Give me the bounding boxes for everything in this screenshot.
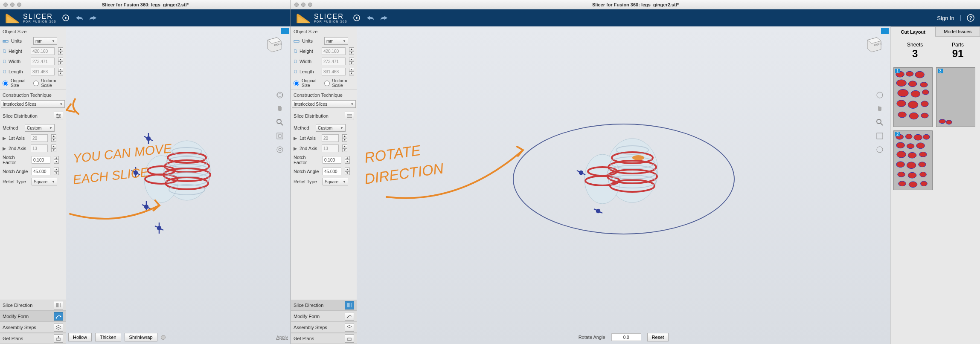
cutsheet-1[interactable]: 1	[893, 67, 933, 127]
traffic-close[interactable]	[294, 3, 299, 7]
orbit-icon[interactable]	[875, 90, 884, 100]
traffic-zoom[interactable]	[308, 3, 312, 7]
orbit-icon[interactable]	[275, 90, 285, 100]
target-icon[interactable]	[61, 14, 70, 22]
viewport-3d[interactable]: RIGHT	[357, 26, 890, 344]
slider-handle[interactable]	[161, 335, 166, 340]
axis1-input[interactable]	[322, 134, 339, 142]
slice-distribution-settings-button[interactable]	[345, 112, 354, 120]
assembly-steps-button[interactable]	[345, 323, 354, 332]
length-input[interactable]	[31, 68, 55, 75]
height-down[interactable]: ▼	[349, 51, 354, 55]
assembly-steps-button[interactable]	[54, 323, 63, 332]
axis1-input[interactable]	[31, 134, 48, 142]
traffic-zoom[interactable]	[17, 3, 21, 7]
redo-icon[interactable]	[89, 14, 97, 22]
viewcube[interactable]: RIGHT	[864, 34, 883, 53]
undo-icon[interactable]	[75, 14, 84, 22]
viewport-3d[interactable]: RIGHT	[66, 26, 291, 344]
slice-direction-button[interactable]	[54, 301, 63, 309]
fit-icon[interactable]	[275, 131, 285, 141]
shrinkwrap-button[interactable]: Shrinkwrap	[125, 333, 157, 341]
rotate-angle-input[interactable]	[611, 333, 641, 341]
units-dropdown[interactable]: mm▼	[324, 37, 348, 45]
length-up[interactable]: ▲	[349, 68, 354, 72]
axis1-down[interactable]: ▼	[342, 138, 347, 142]
fullscreen-icon[interactable]	[281, 28, 289, 34]
tab-cut-layout[interactable]: Cut Layout	[891, 26, 936, 37]
relief-type-dropdown[interactable]: Square▼	[323, 178, 348, 185]
axis2-up[interactable]: ▲	[342, 145, 347, 148]
axis1-up[interactable]: ▲	[342, 134, 347, 138]
height-input[interactable]	[31, 47, 55, 55]
undo-icon[interactable]	[366, 14, 375, 22]
axis1-up[interactable]: ▲	[51, 134, 56, 138]
help-icon[interactable]: ?	[966, 14, 975, 22]
zoom-icon[interactable]	[875, 118, 884, 127]
traffic-minimize[interactable]	[10, 3, 15, 7]
traffic-minimize[interactable]	[301, 3, 305, 7]
traffic-close[interactable]	[3, 3, 8, 7]
height-up[interactable]: ▲	[349, 47, 354, 51]
cutsheet-3[interactable]: 3	[936, 67, 975, 127]
width-input[interactable]	[31, 58, 55, 65]
notch-factor-down[interactable]: ▼	[345, 160, 350, 164]
notch-factor-up[interactable]: ▲	[54, 156, 59, 160]
notch-angle-down[interactable]: ▼	[54, 171, 59, 175]
length-up[interactable]: ▲	[58, 68, 63, 72]
pan-icon[interactable]	[275, 104, 285, 113]
construction-technique-dropdown[interactable]: Interlocked Slices▼	[292, 100, 356, 108]
axis1-down[interactable]: ▼	[51, 138, 56, 142]
notch-factor-down[interactable]: ▼	[54, 160, 59, 164]
uniform-scale-radio[interactable]	[324, 81, 330, 86]
notch-angle-down[interactable]: ▼	[345, 171, 350, 175]
cutsheet-2[interactable]: 2	[893, 130, 933, 190]
tab-model-issues[interactable]: Model Issues	[936, 26, 980, 37]
hollow-button[interactable]: Hollow	[68, 333, 92, 341]
original-size-radio[interactable]	[294, 81, 299, 86]
zoom-icon[interactable]	[275, 118, 285, 127]
construction-technique-dropdown[interactable]: Interlocked Slices▼	[1, 100, 65, 108]
width-down[interactable]: ▼	[58, 61, 63, 65]
notch-angle-input[interactable]	[323, 168, 341, 175]
redo-icon[interactable]	[380, 14, 388, 22]
relief-type-dropdown[interactable]: Square▼	[32, 178, 57, 185]
method-dropdown[interactable]: Custom▼	[316, 124, 346, 132]
slice-distribution-settings-button[interactable]	[54, 112, 63, 120]
units-dropdown[interactable]: mm▼	[33, 37, 57, 45]
uniform-scale-radio[interactable]	[33, 81, 39, 86]
length-down[interactable]: ▼	[349, 72, 354, 75]
viewcube[interactable]: RIGHT	[264, 34, 283, 53]
get-plans-button[interactable]	[345, 334, 354, 343]
height-up[interactable]: ▲	[58, 47, 63, 51]
notch-angle-up[interactable]: ▲	[54, 168, 59, 171]
height-down[interactable]: ▼	[58, 51, 63, 55]
original-size-radio[interactable]	[3, 81, 8, 86]
home-icon[interactable]	[275, 145, 285, 154]
axis2-input[interactable]	[322, 145, 339, 152]
width-up[interactable]: ▲	[349, 58, 354, 61]
method-dropdown[interactable]: Custom▼	[25, 124, 55, 132]
width-up[interactable]: ▲	[58, 58, 63, 61]
width-input[interactable]	[322, 58, 346, 65]
modify-form-button[interactable]	[345, 312, 354, 321]
apply-link[interactable]: Apply	[276, 335, 288, 340]
slice-direction-button[interactable]	[345, 301, 354, 309]
width-down[interactable]: ▼	[349, 61, 354, 65]
reset-button[interactable]: Reset	[647, 333, 669, 341]
axis2-down[interactable]: ▼	[51, 148, 56, 152]
axis2-down[interactable]: ▼	[342, 148, 347, 152]
fit-icon[interactable]	[875, 131, 884, 141]
notch-factor-input[interactable]	[323, 156, 341, 164]
home-icon[interactable]	[875, 145, 884, 154]
sign-in-link[interactable]: Sign In	[937, 15, 954, 21]
notch-factor-up[interactable]: ▲	[345, 156, 350, 160]
notch-factor-input[interactable]	[32, 156, 50, 164]
axis2-input[interactable]	[31, 145, 48, 152]
target-icon[interactable]	[352, 14, 361, 22]
fullscreen-icon[interactable]	[881, 28, 889, 34]
length-down[interactable]: ▼	[58, 72, 63, 75]
thicken-button[interactable]: Thicken	[95, 333, 121, 341]
length-input[interactable]	[322, 68, 346, 75]
pan-icon[interactable]	[875, 104, 884, 113]
